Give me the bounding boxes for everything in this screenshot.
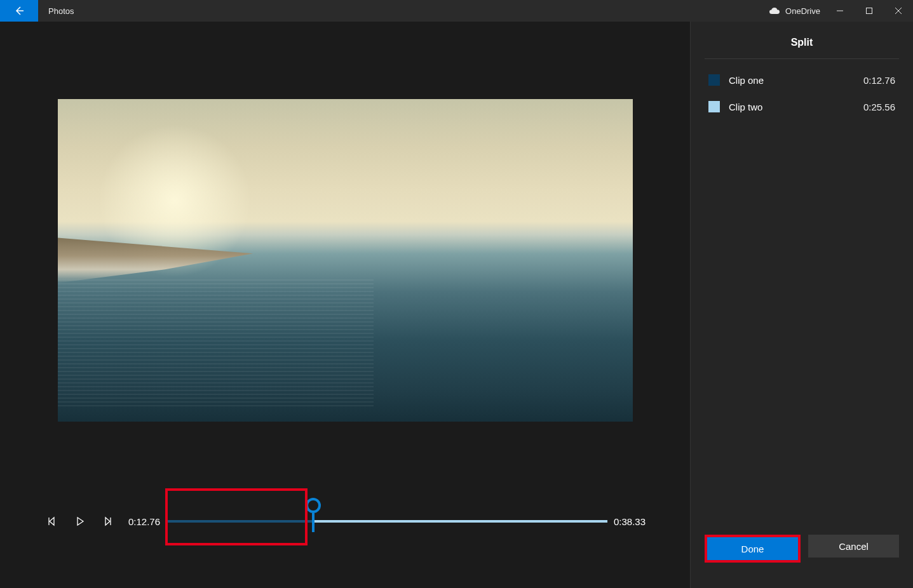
- back-arrow-icon: [13, 5, 25, 17]
- photos-split-window: Photos OneDrive: [0, 0, 913, 588]
- onedrive-label: OneDrive: [785, 6, 820, 16]
- annotation-highlight-seek: [165, 488, 308, 545]
- maximize-button[interactable]: [855, 0, 884, 22]
- split-panel: Split Clip one 0:12.76 Clip two 0:25.56 …: [691, 22, 913, 588]
- seekbar[interactable]: [166, 519, 607, 523]
- split-handle[interactable]: [306, 498, 321, 536]
- body: 0:12.76 0:38.33: [0, 22, 913, 588]
- clip-one-name: Clip one: [729, 75, 863, 86]
- split-handle-ring: [306, 498, 321, 513]
- maximize-icon: [865, 7, 873, 15]
- window-buttons: [825, 0, 913, 22]
- play-button[interactable]: [66, 507, 94, 535]
- minimize-button[interactable]: [825, 0, 855, 22]
- seekbar-segment-clip1: [166, 520, 313, 523]
- preview-wrap: [0, 22, 690, 480]
- cancel-button[interactable]: Cancel: [808, 535, 899, 558]
- video-preview[interactable]: [58, 99, 633, 422]
- app-title: Photos: [38, 0, 74, 22]
- frame-forward-icon: [102, 516, 114, 527]
- frame-back-icon: [46, 516, 58, 527]
- back-button[interactable]: [0, 0, 38, 22]
- clip-two-swatch: [708, 101, 720, 112]
- panel-divider: [705, 58, 899, 59]
- clip-one-swatch: [708, 74, 720, 86]
- play-icon: [74, 516, 86, 527]
- current-time-label: 0:12.76: [122, 516, 166, 527]
- playback-controls: 0:12.76 0:38.33: [0, 480, 690, 588]
- total-time-label: 0:38.33: [607, 516, 652, 527]
- close-button[interactable]: [884, 0, 913, 22]
- done-button[interactable]: Done: [707, 537, 798, 560]
- panel-buttons: Done Cancel: [691, 525, 913, 588]
- water-shimmer: [58, 279, 374, 408]
- clip-row-two[interactable]: Clip two 0:25.56: [691, 93, 913, 120]
- cloud-icon: [769, 7, 780, 15]
- clip-one-duration: 0:12.76: [863, 75, 895, 86]
- svg-rect-0: [867, 8, 872, 14]
- annotation-highlight-done: Done: [705, 535, 801, 563]
- shoreline: [58, 237, 254, 283]
- titlebar-spacer: [74, 0, 764, 22]
- titlebar: Photos OneDrive: [0, 0, 913, 22]
- main-area: 0:12.76 0:38.33: [0, 22, 691, 588]
- close-icon: [895, 7, 902, 15]
- panel-spacer: [691, 120, 913, 525]
- clip-two-name: Clip two: [729, 102, 863, 112]
- frame-forward-button[interactable]: [94, 507, 122, 535]
- frame-back-button[interactable]: [38, 507, 66, 535]
- panel-title: Split: [691, 22, 913, 58]
- split-handle-stem: [312, 513, 314, 532]
- clip-row-one[interactable]: Clip one 0:12.76: [691, 67, 913, 93]
- seekbar-wrap: [166, 496, 607, 547]
- seekbar-segment-clip2: [313, 520, 607, 523]
- minimize-icon: [836, 7, 844, 15]
- clip-two-duration: 0:25.56: [863, 102, 895, 112]
- onedrive-indicator[interactable]: OneDrive: [764, 0, 825, 22]
